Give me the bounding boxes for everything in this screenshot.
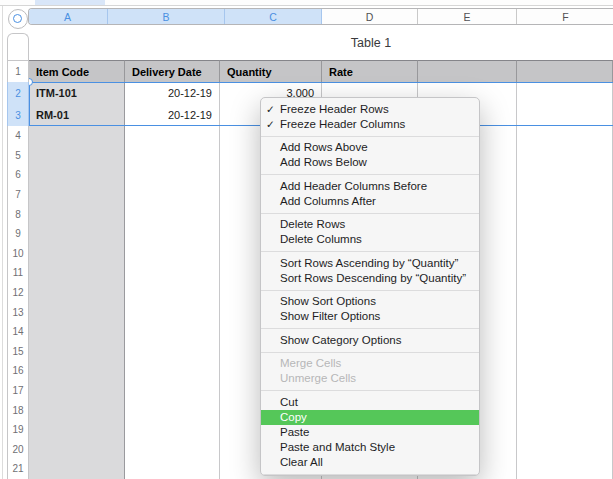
row-header-11[interactable]: 11 [7, 263, 29, 284]
cell-f4[interactable] [517, 126, 613, 147]
cell-f12[interactable] [517, 283, 613, 304]
cell-a12[interactable] [29, 283, 125, 304]
row-header-7[interactable]: 7 [7, 185, 29, 206]
menu-item-add-header-columns-before[interactable]: Add Header Columns Before [261, 179, 479, 194]
cell-b1[interactable]: Delivery Date [125, 60, 220, 83]
cell-b9[interactable] [125, 224, 220, 245]
cell-f7[interactable] [517, 185, 613, 206]
cell-a10[interactable] [29, 244, 125, 265]
cell-f9[interactable] [517, 224, 613, 245]
cell-a8[interactable] [29, 204, 125, 225]
menu-item-show-filter-options[interactable]: Show Filter Options [261, 309, 479, 324]
cell-f8[interactable] [517, 204, 613, 225]
cell-a4[interactable] [29, 126, 125, 147]
cell-b18[interactable] [125, 400, 220, 421]
row-header-15[interactable]: 15 [7, 342, 29, 363]
cell-b8[interactable] [125, 204, 220, 225]
cell-f20[interactable] [517, 440, 613, 461]
cell-a9[interactable] [29, 224, 125, 245]
cell-f14[interactable] [517, 322, 613, 343]
row-header-4[interactable]: 4 [7, 126, 29, 147]
row-header-5[interactable]: 5 [7, 146, 29, 167]
menu-item-show-sort-options[interactable]: Show Sort Options [261, 294, 479, 309]
cell-e1[interactable] [418, 60, 517, 83]
row-header-21[interactable]: 21 [7, 459, 29, 479]
cell-b15[interactable] [125, 342, 220, 363]
cell-f10[interactable] [517, 244, 613, 265]
row-header-2[interactable]: 2 [7, 82, 29, 105]
row-header-16[interactable]: 16 [7, 361, 29, 382]
cell-f13[interactable] [517, 302, 613, 323]
row-header-8[interactable]: 8 [7, 204, 29, 225]
cell-f15[interactable] [517, 342, 613, 363]
cell-f17[interactable] [517, 381, 613, 402]
column-header-b[interactable]: B [108, 9, 225, 24]
row-header-10[interactable]: 10 [7, 244, 29, 265]
menu-item-cut[interactable]: Cut [261, 395, 479, 410]
cell-b21[interactable] [125, 459, 220, 479]
table-title[interactable]: Table 1 [300, 36, 442, 50]
row-header-12[interactable]: 12 [7, 283, 29, 304]
menu-item-paste-and-match-style[interactable]: Paste and Match Style [261, 440, 479, 455]
cell-b20[interactable] [125, 440, 220, 461]
cell-a16[interactable] [29, 361, 125, 382]
menu-item-clear-all[interactable]: Clear All [261, 455, 479, 470]
cell-f16[interactable] [517, 361, 613, 382]
table-select-all-handle-icon[interactable] [8, 9, 28, 29]
cell-d1[interactable]: Rate [322, 60, 418, 83]
column-header-f[interactable]: F [517, 9, 613, 24]
row-header-18[interactable]: 18 [7, 400, 29, 421]
row-header-14[interactable]: 14 [7, 322, 29, 343]
menu-item-show-category-options[interactable]: Show Category Options [261, 333, 479, 348]
cell-b14[interactable] [125, 322, 220, 343]
cell-a14[interactable] [29, 322, 125, 343]
row-header-13[interactable]: 13 [7, 302, 29, 323]
menu-item-sort-rows-ascending-by-quantity[interactable]: Sort Rows Ascending by “Quantity” [261, 256, 479, 271]
row-header-19[interactable]: 19 [7, 420, 29, 441]
cell-f6[interactable] [517, 165, 613, 186]
row-header-9[interactable]: 9 [7, 224, 29, 245]
cell-a17[interactable] [29, 381, 125, 402]
cell-f1[interactable] [517, 60, 613, 83]
cell-b6[interactable] [125, 165, 220, 186]
cell-b16[interactable] [125, 361, 220, 382]
row-header-1[interactable]: 1 [7, 60, 29, 83]
cell-b19[interactable] [125, 420, 220, 441]
menu-item-paste[interactable]: Paste [261, 425, 479, 440]
menu-item-freeze-header-columns[interactable]: ✓Freeze Header Columns [261, 117, 479, 132]
menu-item-delete-columns[interactable]: Delete Columns [261, 232, 479, 247]
menu-item-add-columns-after[interactable]: Add Columns After [261, 194, 479, 209]
cell-f11[interactable] [517, 263, 613, 284]
menu-item-add-rows-above[interactable]: Add Rows Above [261, 140, 479, 155]
cell-a13[interactable] [29, 302, 125, 323]
cell-a19[interactable] [29, 420, 125, 441]
cell-b11[interactable] [125, 263, 220, 284]
cell-f21[interactable] [517, 459, 613, 479]
menu-item-add-rows-below[interactable]: Add Rows Below [261, 155, 479, 170]
cell-a1[interactable]: Item Code [29, 60, 125, 83]
menu-item-sort-rows-descending-by-quantity[interactable]: Sort Rows Descending by “Quantity” [261, 271, 479, 286]
column-header-c[interactable]: C [225, 9, 322, 24]
cell-a15[interactable] [29, 342, 125, 363]
cell-f18[interactable] [517, 400, 613, 421]
menu-item-copy[interactable]: Copy [261, 410, 479, 425]
cell-a21[interactable] [29, 459, 125, 479]
cell-b17[interactable] [125, 381, 220, 402]
cell-b10[interactable] [125, 244, 220, 265]
row-header-17[interactable]: 17 [7, 381, 29, 402]
menu-item-freeze-header-rows[interactable]: ✓Freeze Header Rows [261, 102, 479, 117]
row-header-20[interactable]: 20 [7, 440, 29, 461]
row-header-6[interactable]: 6 [7, 165, 29, 186]
cell-c1[interactable]: Quantity [220, 60, 322, 83]
cell-a5[interactable] [29, 146, 125, 167]
cell-b4[interactable] [125, 126, 220, 147]
cell-a18[interactable] [29, 400, 125, 421]
cell-a7[interactable] [29, 185, 125, 206]
cell-b7[interactable] [125, 185, 220, 206]
cell-a20[interactable] [29, 440, 125, 461]
column-header-e[interactable]: E [418, 9, 517, 24]
menu-item-delete-rows[interactable]: Delete Rows [261, 217, 479, 232]
row-header-3[interactable]: 3 [7, 104, 29, 127]
cell-f5[interactable] [517, 146, 613, 167]
column-header-d[interactable]: D [322, 9, 418, 24]
